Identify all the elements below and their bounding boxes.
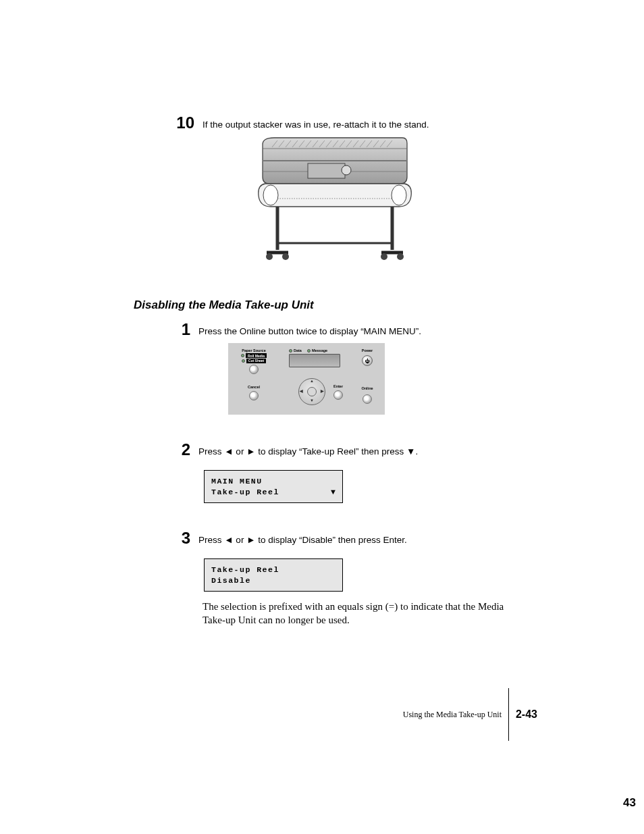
cp-data-label-row: Data — [289, 348, 302, 353]
cp-left-column: Paper Source Roll Media Cut Sheet Cancel — [234, 348, 274, 411]
lcd1-line2: Take-up Reel — [211, 487, 279, 498]
cp-message-label-row: Message — [307, 348, 327, 353]
step-3-row: 3 Press ◄ or ► to display “Disable” then… — [134, 530, 536, 546]
cp-enter-block: Enter — [328, 384, 348, 400]
cp-lcd-row: Data Message — [286, 348, 343, 369]
led-icon — [289, 349, 292, 353]
cp-cut-sheet-label: Cut Sheet — [246, 359, 266, 363]
step-10-row: 10 If the output stacker was in use, re-… — [134, 115, 536, 131]
step-10-text: If the output stacker was in use, re-att… — [203, 115, 429, 131]
led-icon — [241, 354, 244, 357]
led-icon — [307, 349, 311, 353]
cp-cancel-label: Cancel — [248, 385, 260, 389]
absolute-page-number: 43 — [623, 796, 636, 810]
lcd1-line2-row: Take-up Reel ▼ — [211, 487, 336, 498]
step-2: 2 Press ◄ or ► to display “Take-up Reel”… — [134, 442, 536, 503]
cp-enter-label: Enter — [333, 384, 343, 388]
svg-point-4 — [266, 253, 273, 260]
cp-power-label: Power — [362, 348, 373, 353]
page-container: 10 If the output stacker was in use, re-… — [0, 0, 644, 834]
page-footer: Using the Media Take-up Unit 2-43 — [403, 688, 537, 741]
cp-message-label: Message — [312, 348, 327, 353]
lcd2-line1: Take-up Reel — [211, 565, 336, 575]
svg-point-5 — [282, 253, 289, 260]
cp-middle-column: Data Message ▲▼ ◀▶ Enter — [274, 348, 355, 411]
step-1-text: Press the Online button twice to display… — [198, 321, 421, 338]
cp-right-column: Power ⏻ Online — [355, 348, 379, 411]
enter-button-icon — [333, 390, 343, 400]
step-2-text: Press ◄ or ► to display “Take-up Reel” t… — [198, 442, 418, 458]
cp-data-label: Data — [294, 348, 302, 353]
step-1-number: 1 — [134, 321, 198, 338]
power-button-icon: ⏻ — [362, 355, 373, 366]
down-arrow-icon: ▼ — [331, 487, 336, 498]
step-10-number: 10 — [134, 115, 203, 131]
cp-roll-media-row: Roll Media — [241, 353, 267, 359]
svg-point-2 — [263, 185, 278, 205]
step-3: 3 Press ◄ or ► to display “Disable” then… — [134, 530, 536, 627]
cp-cut-sheet-row: Cut Sheet — [242, 359, 266, 364]
step-3-note: The selection is prefixed with an equals… — [203, 600, 527, 627]
svg-point-7 — [397, 253, 404, 260]
paper-source-button-icon — [249, 365, 259, 374]
printer-illustration-svg — [230, 136, 439, 265]
cp-roll-media-label: Roll Media — [246, 353, 267, 358]
lcd-display-takeup-reel: Take-up Reel Disable — [204, 558, 343, 592]
svg-point-6 — [381, 253, 387, 260]
svg-point-3 — [392, 185, 406, 205]
svg-point-1 — [342, 165, 351, 175]
svg-rect-0 — [308, 163, 345, 178]
cp-online-label: Online — [361, 386, 373, 390]
cp-dpad-row: ▲▼ ◀▶ Enter — [278, 381, 351, 402]
step-3-number: 3 — [134, 530, 198, 546]
lcd2-line2: Disable — [211, 575, 336, 586]
lcd-screen-icon — [289, 354, 340, 367]
cp-paper-source-label: Paper Source — [242, 348, 265, 353]
step-10: 10 If the output stacker was in use, re-… — [134, 115, 536, 265]
cancel-button-icon — [249, 391, 259, 400]
online-button-icon — [363, 394, 372, 404]
footer-section-title: Using the Media Take-up Unit — [403, 710, 508, 720]
lcd1-line1: MAIN MENU — [211, 476, 336, 487]
step-1-row: 1 Press the Online button twice to displ… — [134, 321, 536, 338]
printer-on-stand-illustration — [230, 136, 439, 265]
section-heading-disabling: Disabling the Media Take-up Unit — [134, 298, 536, 312]
led-icon — [242, 359, 245, 363]
dpad-icon: ▲▼ ◀▶ — [294, 378, 328, 402]
step-3-text: Press ◄ or ► to display “Disable” then p… — [198, 530, 407, 546]
printer-control-panel-illustration: Paper Source Roll Media Cut Sheet Cancel — [228, 343, 385, 415]
lcd-display-main-menu: MAIN MENU Take-up Reel ▼ — [204, 470, 343, 503]
step-1: 1 Press the Online button twice to displ… — [134, 321, 536, 415]
footer-page-code: 2-43 — [509, 708, 537, 721]
step-2-number: 2 — [134, 442, 198, 458]
step-2-row: 2 Press ◄ or ► to display “Take-up Reel”… — [134, 442, 536, 458]
